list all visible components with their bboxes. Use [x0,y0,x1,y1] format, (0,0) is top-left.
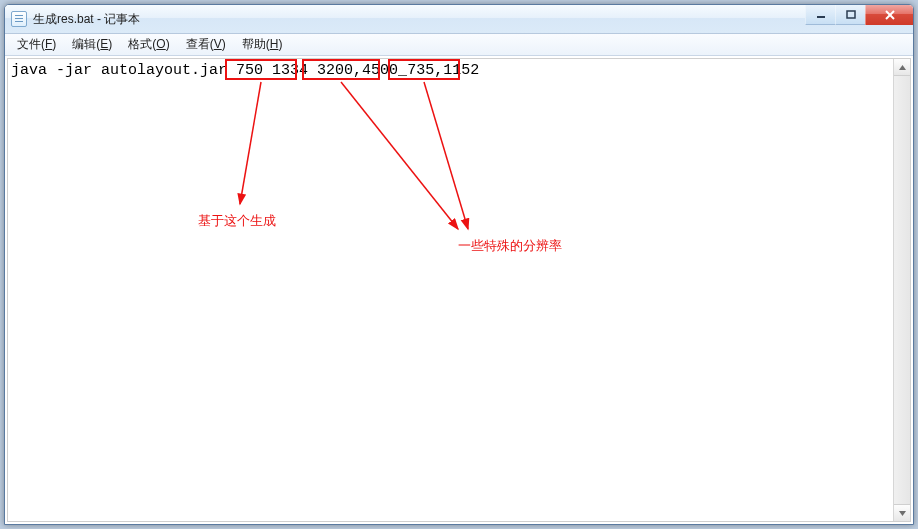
menu-edit[interactable]: 编辑(E) [64,34,120,55]
chevron-up-icon [898,63,907,72]
window-title: 生成res.bat - 记事本 [33,11,140,28]
anno-label-special: 一些特殊的分辨率 [458,237,562,255]
arg-separator: _ [398,62,407,79]
svg-line-7 [341,82,458,229]
minimize-button[interactable] [805,5,835,25]
anno-label-base: 基于这个生成 [198,212,276,230]
svg-line-6 [240,82,261,204]
window-controls [805,5,913,25]
annotation-arrows [8,59,908,522]
annotation-layer: 基于这个生成 一些特殊的分辨率 [8,59,910,521]
arg-res-pair-1: 3200,4500 [317,62,398,79]
editor-wrap: java -jar autolayout.jar 750 1334 3200,4… [5,56,913,524]
svg-marker-5 [899,511,906,516]
menu-file[interactable]: 文件(F) [9,34,64,55]
scroll-down-button[interactable] [894,504,910,521]
maximize-icon [846,10,856,20]
svg-rect-1 [847,11,855,18]
chevron-down-icon [898,509,907,518]
menu-format[interactable]: 格式(O) [120,34,177,55]
menubar: 文件(F) 编辑(E) 格式(O) 查看(V) 帮助(H) [5,34,913,56]
svg-marker-4 [899,65,906,70]
scroll-up-button[interactable] [894,59,910,76]
arg-base-res: 750 1334 [236,62,308,79]
notepad-window: 生成res.bat - 记事本 文件(F) 编辑(E) 格式(O) 查看(V) … [4,4,914,525]
close-button[interactable] [865,5,913,25]
notepad-app-icon [11,11,27,27]
maximize-button[interactable] [835,5,865,25]
menu-view[interactable]: 查看(V) [178,34,234,55]
content-line-1[interactable]: java -jar autolayout.jar 750 1334 3200,4… [11,62,479,80]
minimize-icon [816,10,826,20]
arg-res-pair-2: 735,1152 [407,62,479,79]
titlebar[interactable]: 生成res.bat - 记事本 [5,5,913,34]
vertical-scrollbar[interactable] [893,59,910,521]
cmd-prefix: java -jar autolayout.jar [11,62,227,79]
svg-rect-0 [817,16,825,18]
text-editor[interactable]: java -jar autolayout.jar 750 1334 3200,4… [7,58,911,522]
menu-help[interactable]: 帮助(H) [234,34,291,55]
svg-line-8 [424,82,468,229]
close-icon [884,10,896,20]
